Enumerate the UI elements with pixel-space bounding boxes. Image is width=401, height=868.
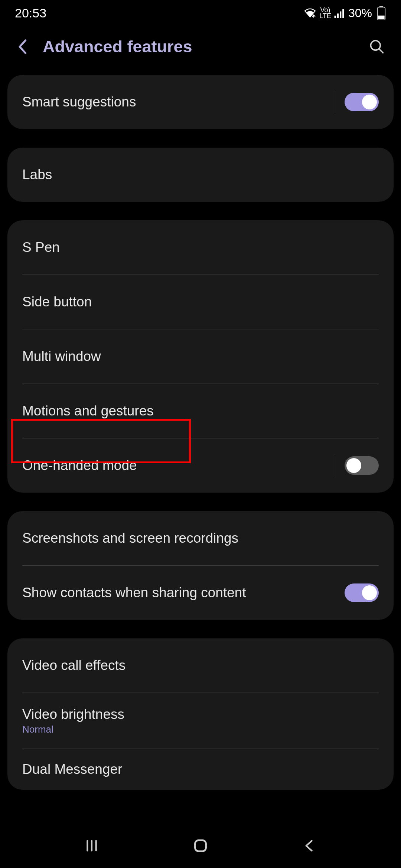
row-side-button[interactable]: Side button	[7, 275, 394, 329]
row-sublabel: Normal	[22, 724, 53, 735]
row-show-contacts[interactable]: Show contacts when sharing content	[7, 566, 394, 620]
battery-percent: 30%	[348, 6, 372, 20]
row-smart-suggestions[interactable]: Smart suggestions	[7, 75, 394, 129]
settings-group: Smart suggestions	[7, 75, 394, 129]
toggle-one-handed-mode[interactable]	[345, 456, 379, 475]
row-multi-window[interactable]: Multi window	[7, 329, 394, 384]
settings-group: S Pen Side button Multi window Motions a…	[7, 220, 394, 493]
battery-icon	[376, 6, 386, 20]
row-label: Video call effects	[22, 658, 125, 673]
row-dual-messenger[interactable]: Dual Messenger	[7, 749, 394, 790]
signal-icon	[334, 8, 345, 18]
vertical-divider	[335, 91, 335, 113]
settings-group: Screenshots and screen recordings Show c…	[7, 511, 394, 620]
svg-rect-0	[335, 16, 336, 18]
row-label: Smart suggestions	[22, 94, 136, 110]
settings-group: Labs	[7, 148, 394, 202]
svg-rect-1	[337, 13, 339, 18]
row-one-handed-mode[interactable]: One-handed mode	[7, 438, 394, 493]
vertical-divider	[335, 454, 335, 477]
row-right	[335, 91, 379, 113]
row-label: Video brightness	[22, 707, 124, 722]
status-right: Vo)LTE 30%	[304, 6, 386, 20]
settings-group: Video call effects Video brightness Norm…	[7, 638, 394, 790]
row-video-call-effects[interactable]: Video call effects	[7, 638, 394, 693]
row-label: Side button	[22, 294, 92, 310]
status-icons: Vo)LTE 30%	[304, 6, 386, 20]
nav-home[interactable]	[189, 835, 212, 857]
volte-icon: Vo)LTE	[319, 7, 331, 19]
row-right	[335, 454, 379, 477]
row-screenshots[interactable]: Screenshots and screen recordings	[7, 511, 394, 565]
row-label: Labs	[22, 167, 52, 183]
toggle-smart-suggestions[interactable]	[345, 93, 379, 111]
svg-rect-3	[342, 9, 344, 18]
row-label: S Pen	[22, 240, 60, 255]
row-labs[interactable]: Labs	[7, 148, 394, 202]
row-label: Dual Messenger	[22, 762, 122, 777]
row-label: Show contacts when sharing content	[22, 585, 246, 601]
wifi-icon	[304, 8, 316, 18]
svg-rect-6	[378, 16, 384, 19]
row-label: Screenshots and screen recordings	[22, 530, 238, 546]
search-button[interactable]	[368, 37, 386, 56]
toggle-show-contacts[interactable]	[345, 583, 379, 602]
row-right	[345, 583, 379, 602]
status-time: 20:53	[15, 6, 46, 20]
nav-back[interactable]	[298, 835, 320, 857]
row-s-pen[interactable]: S Pen	[7, 220, 394, 274]
back-button[interactable]	[15, 39, 30, 54]
status-bar: 20:53 Vo)LTE 30%	[0, 0, 401, 26]
nav-recents[interactable]	[81, 835, 103, 857]
header: Advanced features	[0, 26, 401, 75]
nav-bar	[0, 823, 401, 868]
page-title: Advanced features	[43, 37, 355, 56]
svg-rect-12	[195, 840, 206, 851]
row-motions-gestures[interactable]: Motions and gestures	[7, 384, 394, 438]
row-label: One-handed mode	[22, 458, 137, 473]
row-video-brightness[interactable]: Video brightness Normal	[7, 693, 394, 749]
svg-line-8	[379, 49, 383, 53]
row-label: Motions and gestures	[22, 403, 154, 419]
row-label: Multi window	[22, 349, 101, 364]
svg-rect-2	[340, 11, 341, 18]
